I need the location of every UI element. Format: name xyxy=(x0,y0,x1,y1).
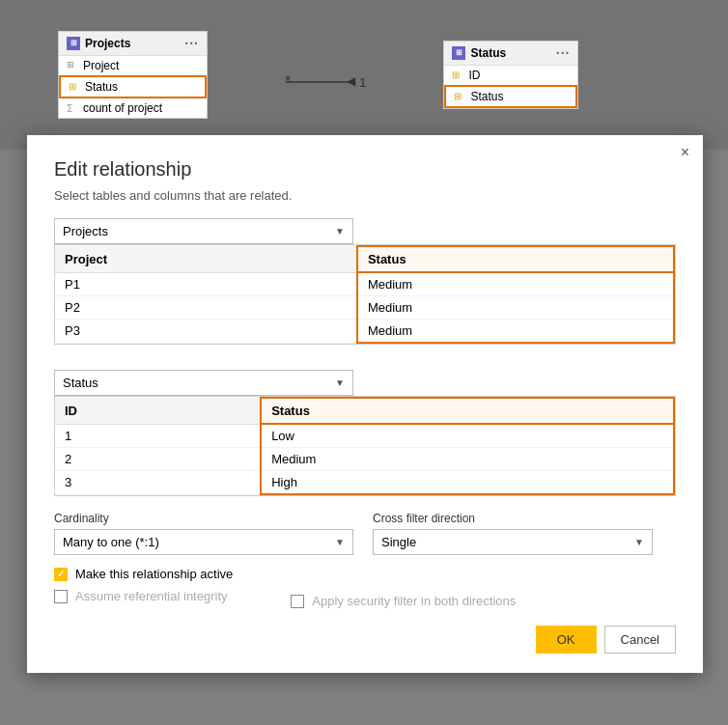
projects-table-card: ⊞ Projects ··· ⊞ Project ⊞ Status ∑ coun… xyxy=(58,31,208,119)
active-relationship-label: Make this relationship active xyxy=(75,567,233,581)
status-table-card: ⊞ Status ··· ⊞ ID ⊞ Status xyxy=(443,41,578,109)
active-relationship-row[interactable]: Make this relationship active xyxy=(54,567,233,581)
projects-field-status: ⊞ Status xyxy=(59,75,207,98)
projects-field-project-label: Project xyxy=(83,59,119,72)
table2-dropdown[interactable]: Status ▼ xyxy=(54,370,353,396)
left-checkboxes: Make this relationship active Assume ref… xyxy=(54,567,233,603)
table1-row2-status: Medium xyxy=(357,296,674,320)
table2-dropdown-arrow: ▼ xyxy=(335,377,345,388)
table2-data-wrapper: ID Status 1 Low 2 Medium 3 High xyxy=(54,396,676,496)
cardinality-group: Cardinality Many to one (*:1) ▼ xyxy=(54,512,353,555)
arrow-head: ◀ xyxy=(347,74,355,88)
table1-col-status: Status xyxy=(357,246,674,272)
table2-row3-id: 3 xyxy=(55,471,261,495)
table-row: P2 Medium xyxy=(55,296,674,320)
status-field-status-label: Status xyxy=(470,90,503,103)
cardinality-arrow: ▼ xyxy=(335,537,345,547)
right-checkboxes: Apply security filter in both directions xyxy=(291,567,516,608)
status-field-id-label: ID xyxy=(468,69,480,82)
field-grid-icon: ⊞ xyxy=(67,60,78,71)
table2-row1-status: Low xyxy=(261,424,674,448)
table-row: P3 Medium xyxy=(55,320,674,344)
cross-filter-group: Cross filter direction Single ▼ xyxy=(373,512,676,555)
edit-relationship-dialog: × Edit relationship Select tables and co… xyxy=(27,135,703,673)
status-key-icon: ⊞ xyxy=(452,70,463,81)
rel-line: ◀ xyxy=(286,81,353,83)
field-sigma-icon: ∑ xyxy=(67,102,78,114)
status-field-key-icon: ⊞ xyxy=(454,91,465,102)
projects-menu-dots[interactable]: ··· xyxy=(184,36,199,51)
table1-row3-status: Medium xyxy=(357,320,674,344)
cardinality-label: Cardinality xyxy=(54,512,353,525)
projects-field-status-label: Status xyxy=(85,80,118,94)
table2-row3-status: High xyxy=(261,471,674,495)
table1-dropdown[interactable]: Projects ▼ xyxy=(54,218,353,244)
referential-integrity-checkbox[interactable] xyxy=(54,590,68,603)
projects-field-count: ∑ count of project xyxy=(59,98,207,118)
cross-filter-value: Single xyxy=(381,535,416,549)
table2-row2-id: 2 xyxy=(55,448,261,471)
one-symbol: 1 xyxy=(359,75,366,90)
status-menu-dots[interactable]: ··· xyxy=(556,45,571,61)
button-row: OK Cancel xyxy=(54,626,676,654)
security-filter-row[interactable]: Apply security filter in both directions xyxy=(291,594,516,608)
status-table-title: Status xyxy=(470,46,506,60)
relationship-connector: * ◀ 1 xyxy=(285,73,366,91)
table1-row1-status: Medium xyxy=(357,272,674,296)
projects-field-project: ⊞ Project xyxy=(59,56,207,75)
dialog-title: Edit relationship xyxy=(54,158,676,181)
table1-col-project: Project xyxy=(55,246,357,272)
cancel-button[interactable]: Cancel xyxy=(604,626,676,654)
table-row: P1 Medium xyxy=(55,272,674,296)
table2-col-id: ID xyxy=(55,398,261,424)
table2-col-status: Status xyxy=(261,398,674,424)
status-field-id: ⊞ ID xyxy=(444,66,577,85)
cardinality-value: Many to one (*:1) xyxy=(63,535,159,549)
table2-selected-value: Status xyxy=(63,376,98,390)
cross-filter-label: Cross filter direction xyxy=(373,512,676,525)
table-row: 2 Medium xyxy=(55,448,674,471)
table1-row3-project: P3 xyxy=(55,320,357,344)
table1-row2-project: P2 xyxy=(55,296,357,320)
active-relationship-checkbox[interactable] xyxy=(54,568,68,581)
table1-selected-value: Projects xyxy=(63,224,108,238)
status-field-status: ⊞ Status xyxy=(444,85,577,108)
dialog-close-button[interactable]: × xyxy=(681,145,689,160)
table2-row1-id: 1 xyxy=(55,424,261,448)
security-filter-checkbox[interactable] xyxy=(291,595,304,608)
table-row: 1 Low xyxy=(55,424,674,448)
table1-data-table: Project Status P1 Medium P2 Medium P3 Me… xyxy=(55,245,675,344)
table1-row1-project: P1 xyxy=(55,272,357,296)
table-grid-icon: ⊞ xyxy=(67,37,80,50)
dialog-subtitle: Select tables and columns that are relat… xyxy=(54,188,676,203)
security-filter-label: Apply security filter in both directions xyxy=(312,594,516,608)
bottom-controls: Cardinality Many to one (*:1) ▼ Cross fi… xyxy=(54,512,676,555)
projects-table-header: ⊞ Projects ··· xyxy=(59,32,207,56)
table2-row2-status: Medium xyxy=(261,448,674,471)
cross-filter-dropdown[interactable]: Single ▼ xyxy=(373,529,653,555)
projects-table-title: Projects xyxy=(85,37,130,50)
table1-dropdown-arrow: ▼ xyxy=(335,226,345,237)
checkbox-section: Make this relationship active Assume ref… xyxy=(54,567,676,608)
table-row: 3 High xyxy=(55,471,674,495)
field-key-icon: ⊞ xyxy=(69,81,80,93)
diagram-area: ⊞ Projects ··· ⊞ Project ⊞ Status ∑ coun… xyxy=(0,0,728,150)
table2-data-table: ID Status 1 Low 2 Medium 3 High xyxy=(55,397,675,495)
cardinality-dropdown[interactable]: Many to one (*:1) ▼ xyxy=(54,529,353,555)
referential-integrity-label: Assume referential integrity xyxy=(75,589,228,603)
table1-data-wrapper: Project Status P1 Medium P2 Medium P3 Me… xyxy=(54,244,676,345)
cross-filter-arrow: ▼ xyxy=(634,537,644,547)
status-table-icon: ⊞ xyxy=(452,46,465,60)
referential-integrity-row[interactable]: Assume referential integrity xyxy=(54,589,233,603)
status-table-header: ⊞ Status ··· xyxy=(444,42,577,66)
ok-button[interactable]: OK xyxy=(536,626,597,654)
projects-field-count-label: count of project xyxy=(83,101,162,115)
